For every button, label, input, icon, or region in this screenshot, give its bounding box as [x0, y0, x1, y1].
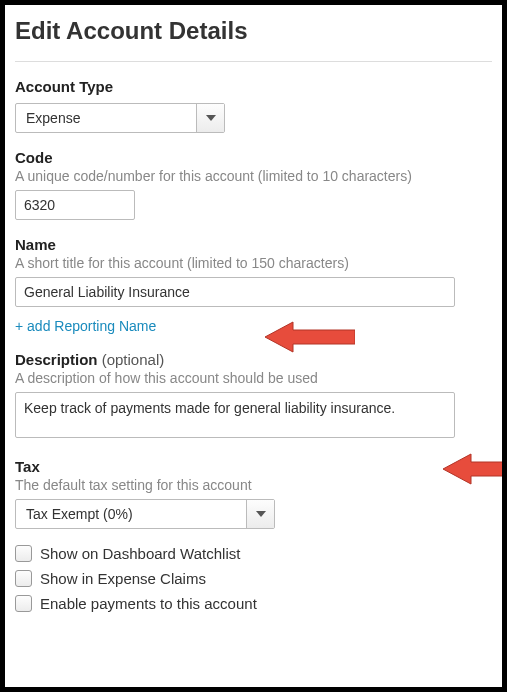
code-label: Code	[15, 149, 492, 166]
account-type-value: Expense	[16, 104, 196, 132]
chevron-down-icon	[206, 115, 216, 121]
account-type-label: Account Type	[15, 78, 492, 95]
divider	[15, 61, 492, 62]
name-label: Name	[15, 236, 492, 253]
tax-label: Tax	[15, 458, 492, 475]
dashboard-watchlist-label: Show on Dashboard Watchlist	[40, 545, 240, 562]
enable-payments-label: Enable payments to this account	[40, 595, 257, 612]
expense-claims-label: Show in Expense Claims	[40, 570, 206, 587]
enable-payments-checkbox[interactable]	[15, 595, 32, 612]
code-input[interactable]	[15, 190, 135, 220]
tax-hint: The default tax setting for this account	[15, 477, 492, 493]
name-input[interactable]	[15, 277, 455, 307]
name-hint: A short title for this account (limited …	[15, 255, 492, 271]
account-type-dropdown-button[interactable]	[196, 104, 224, 132]
account-type-select[interactable]: Expense	[15, 103, 225, 133]
tax-dropdown-button[interactable]	[246, 500, 274, 528]
tax-select[interactable]: Tax Exempt (0%)	[15, 499, 275, 529]
expense-claims-checkbox[interactable]	[15, 570, 32, 587]
description-label: Description (optional)	[15, 351, 492, 368]
description-label-text: Description	[15, 351, 98, 368]
tax-value: Tax Exempt (0%)	[16, 500, 246, 528]
code-hint: A unique code/number for this account (l…	[15, 168, 492, 184]
description-hint: A description of how this account should…	[15, 370, 492, 386]
dashboard-watchlist-checkbox[interactable]	[15, 545, 32, 562]
chevron-down-icon	[256, 511, 266, 517]
page-title: Edit Account Details	[15, 17, 492, 45]
add-reporting-name-link[interactable]: + add Reporting Name	[15, 318, 156, 334]
description-input[interactable]: Keep track of payments made for general …	[15, 392, 455, 438]
description-optional: (optional)	[102, 351, 165, 368]
